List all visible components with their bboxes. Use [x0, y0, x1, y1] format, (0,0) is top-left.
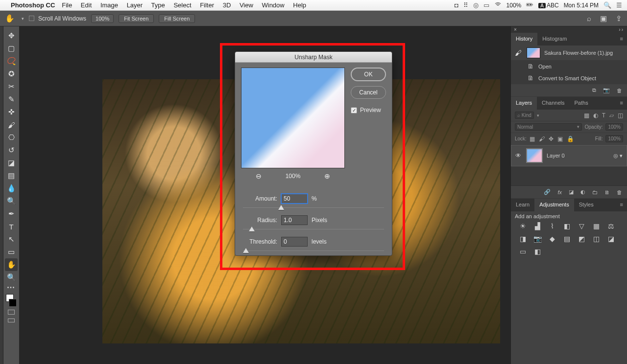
hand-tool-icon[interactable]: ✋: [5, 14, 15, 23]
layer-name[interactable]: Layer 0: [547, 153, 565, 159]
display-icon[interactable]: ▭: [483, 1, 489, 9]
zoom-tool-icon[interactable]: 🔍: [5, 271, 18, 284]
menu-edit[interactable]: Edit: [81, 1, 92, 9]
bw-icon[interactable]: ◨: [518, 235, 528, 243]
posterize-icon[interactable]: ◫: [591, 235, 601, 243]
panel-menu-icon[interactable]: ≡: [616, 97, 627, 110]
filter-type-icon[interactable]: T: [602, 112, 605, 119]
healing-brush-tool-icon[interactable]: ✜: [5, 106, 18, 118]
menubar-app-icon[interactable]: ◘: [455, 1, 458, 9]
collapsed-dock[interactable]: [0, 26, 3, 364]
wifi-icon[interactable]: [494, 1, 502, 10]
tab-learn[interactable]: Learn: [511, 199, 534, 211]
tool-preset-dropdown[interactable]: ▾: [22, 16, 24, 21]
app-name[interactable]: Photoshop CC: [11, 1, 55, 9]
share-icon[interactable]: ⇪: [616, 14, 622, 23]
tab-histogram[interactable]: Histogram: [537, 33, 572, 46]
layer-visibility-icon[interactable]: 👁: [515, 152, 522, 159]
vibrance-icon[interactable]: ▽: [577, 222, 586, 230]
amount-input[interactable]: [281, 194, 308, 204]
group-icon[interactable]: 🗀: [592, 189, 598, 195]
link-layers-icon[interactable]: 🔗: [544, 189, 551, 195]
brightness-contrast-icon[interactable]: ☀: [518, 222, 528, 230]
channel-mixer-icon[interactable]: ◆: [547, 235, 557, 243]
lock-position-icon[interactable]: ✥: [549, 136, 554, 142]
threshold-icon[interactable]: ◪: [606, 235, 616, 243]
history-snapshot-row[interactable]: 🖌 Sakura Flower-before (1).jpg: [511, 46, 627, 61]
preview-checkbox[interactable]: ✓ Preview: [351, 107, 386, 114]
clone-stamp-tool-icon[interactable]: ⎔: [5, 131, 18, 144]
move-tool-icon[interactable]: ✥: [5, 29, 18, 42]
clock[interactable]: Mon 5:14 PM: [564, 2, 599, 9]
quick-select-tool-icon[interactable]: ✪: [5, 68, 18, 80]
eyedropper-tool-icon[interactable]: ✎: [5, 93, 18, 106]
adjustment-layer-icon[interactable]: ◐: [580, 189, 585, 195]
fill-field[interactable]: 100%: [605, 135, 623, 142]
color-balance-icon[interactable]: ⚖: [606, 222, 616, 230]
blur-tool-icon[interactable]: 💧: [5, 182, 18, 195]
dropbox-icon[interactable]: ⠿: [463, 1, 468, 9]
layers-empty-area[interactable]: [511, 166, 627, 186]
layer-row[interactable]: 👁 Layer 0 ◎ ▾: [511, 145, 627, 166]
background-swatch[interactable]: [9, 299, 17, 307]
color-lookup-icon[interactable]: ▤: [562, 235, 572, 243]
gradient-map-icon[interactable]: ▭: [518, 248, 528, 255]
input-source[interactable]: AABC: [538, 2, 558, 9]
filter-shape-icon[interactable]: ▱: [609, 112, 614, 119]
marquee-tool-icon[interactable]: ▢: [5, 42, 18, 55]
lock-pixels-icon[interactable]: 🖌: [539, 136, 545, 142]
type-tool-icon[interactable]: T: [5, 220, 18, 233]
new-document-from-state-icon[interactable]: ⧉: [592, 87, 596, 93]
scroll-all-windows-checkbox[interactable]: Scroll All Windows: [29, 15, 86, 22]
radius-slider[interactable]: [243, 227, 384, 232]
tab-channels[interactable]: Channels: [537, 97, 569, 110]
menu-3d[interactable]: 3D: [223, 1, 231, 9]
tab-adjustments[interactable]: Adjustments: [534, 199, 574, 211]
tab-layers[interactable]: Layers: [511, 97, 537, 110]
panel-expand-icon[interactable]: ››: [619, 27, 624, 32]
menu-file[interactable]: File: [62, 1, 72, 9]
hand-tool-icon[interactable]: ✋: [5, 258, 18, 271]
amount-slider[interactable]: [243, 205, 384, 210]
menu-select[interactable]: Select: [173, 1, 191, 9]
layer-thumbnail[interactable]: [526, 148, 543, 163]
layer-mask-icon[interactable]: ◪: [569, 189, 574, 195]
filter-preview[interactable]: [241, 68, 345, 168]
ok-button[interactable]: OK: [351, 68, 386, 81]
slider-handle[interactable]: [278, 205, 284, 210]
spotlight-icon[interactable]: 🔍: [603, 1, 611, 9]
color-swatches[interactable]: [5, 293, 18, 308]
history-brush-source-icon[interactable]: 🖌: [515, 49, 523, 57]
selective-color-icon[interactable]: ◧: [532, 248, 542, 255]
filter-smart-icon[interactable]: ◫: [618, 112, 623, 119]
slider-handle[interactable]: [243, 248, 249, 253]
sync-icon[interactable]: ◎: [473, 1, 479, 9]
menu-layer[interactable]: Layer: [127, 1, 143, 9]
dodge-tool-icon[interactable]: 🔍: [5, 195, 18, 207]
crop-tool-icon[interactable]: ✂: [5, 80, 18, 93]
tab-styles[interactable]: Styles: [574, 199, 599, 211]
search-icon[interactable]: ⌕: [587, 14, 591, 23]
dialog-title[interactable]: Unsharp Mask: [235, 52, 392, 63]
delete-state-icon[interactable]: 🗑: [617, 88, 622, 93]
exposure-icon[interactable]: ◧: [562, 222, 572, 230]
menu-extras-icon[interactable]: ☰: [616, 1, 622, 9]
invert-icon[interactable]: ◩: [577, 235, 586, 243]
menu-help[interactable]: Help: [293, 1, 306, 9]
history-step-convert[interactable]: 🗎 Convert to Smart Object: [511, 72, 627, 84]
threshold-input[interactable]: [281, 237, 308, 247]
layer-style-icon[interactable]: fx: [557, 189, 562, 195]
slider-handle[interactable]: [249, 227, 255, 231]
fit-screen-button[interactable]: Fit Screen: [119, 14, 154, 23]
hue-sat-icon[interactable]: ▦: [591, 222, 601, 230]
shape-tool-icon[interactable]: ▭: [5, 246, 18, 258]
new-snapshot-icon[interactable]: 📷: [603, 87, 610, 93]
menu-image[interactable]: Image: [100, 1, 118, 9]
panel-menu-icon[interactable]: ≡: [616, 33, 627, 46]
zoom-level-field[interactable]: 100%: [91, 14, 114, 23]
lock-artboard-icon[interactable]: ▣: [557, 136, 563, 142]
history-brush-tool-icon[interactable]: ↺: [5, 144, 18, 157]
lasso-tool-icon[interactable]: 📿: [5, 55, 18, 68]
tab-paths[interactable]: Paths: [570, 97, 593, 110]
zoom-in-icon[interactable]: ⊕: [324, 172, 330, 180]
